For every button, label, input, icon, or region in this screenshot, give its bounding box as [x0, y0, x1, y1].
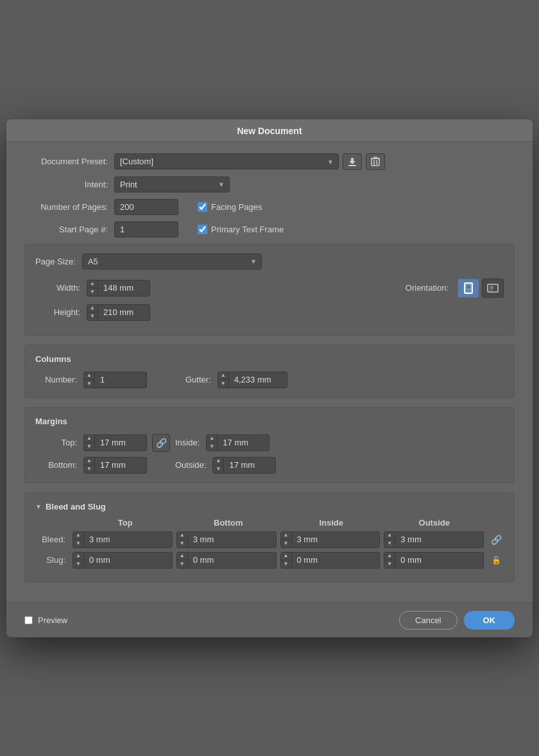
margins-inside-spinner: ▲ ▼: [206, 434, 270, 451]
columns-row: Number: ▲ ▼ Gutter: ▲ ▼: [35, 372, 504, 388]
svg-rect-4: [466, 290, 471, 291]
bleed-inside-down[interactable]: ▼: [281, 540, 291, 547]
landscape-button[interactable]: [482, 279, 504, 298]
bleed-top-input[interactable]: [84, 533, 123, 546]
margins-top-arrows[interactable]: ▲ ▼: [84, 435, 95, 451]
bleed-inside-arrows[interactable]: ▲ ▼: [281, 532, 292, 547]
slug-inside-up[interactable]: ▲: [281, 553, 291, 560]
col-num-down[interactable]: ▼: [84, 380, 94, 388]
margins-bottom-down[interactable]: ▼: [84, 465, 94, 473]
preset-select[interactable]: [Custom]: [114, 153, 339, 169]
margins-top-input[interactable]: [95, 436, 146, 449]
width-spinner-arrows[interactable]: ▲ ▼: [87, 280, 98, 296]
columns-number-input[interactable]: [95, 373, 146, 386]
slug-outside-input[interactable]: [395, 553, 434, 567]
svg-rect-0: [348, 165, 356, 166]
margins-inside-down[interactable]: ▼: [207, 443, 217, 451]
bleed-link-button[interactable]: 🔗: [488, 535, 504, 545]
height-down-arrow[interactable]: ▼: [87, 313, 98, 320]
slug-outside-arrows[interactable]: ▲ ▼: [384, 553, 395, 568]
preview-label: Preview: [38, 615, 67, 625]
width-up-arrow[interactable]: ▲: [87, 280, 98, 288]
bleed-inside-up[interactable]: ▲: [281, 532, 291, 540]
bleed-outside-down[interactable]: ▼: [384, 540, 395, 547]
slug-bottom-arrows[interactable]: ▲ ▼: [177, 553, 188, 568]
margins-outside-up[interactable]: ▲: [213, 458, 223, 465]
margins-top-up[interactable]: ▲: [84, 435, 94, 443]
slug-top-arrows[interactable]: ▲ ▼: [73, 553, 84, 568]
margins-inside-arrows[interactable]: ▲ ▼: [207, 435, 218, 451]
bleed-top-down[interactable]: ▼: [73, 540, 83, 547]
margins-inside-input[interactable]: [218, 436, 269, 449]
gutter-up[interactable]: ▲: [218, 372, 228, 380]
preset-label: Document Preset:: [24, 157, 114, 166]
save-preset-button[interactable]: [343, 153, 362, 170]
bleed-outside-arrows[interactable]: ▲ ▼: [384, 532, 395, 547]
margins-outside-input[interactable]: [224, 458, 275, 472]
footer-left: Preview: [24, 615, 67, 625]
slug-top-up[interactable]: ▲: [73, 553, 83, 560]
slug-outside-down[interactable]: ▼: [384, 560, 395, 568]
height-input[interactable]: [98, 305, 150, 319]
slug-top-down[interactable]: ▼: [73, 560, 83, 568]
start-page-row: Start Page #: Primary Text Frame: [24, 221, 515, 237]
bleed-inside-input[interactable]: [292, 533, 330, 546]
primary-text-frame-checkbox[interactable]: [198, 225, 207, 234]
bleed-slug-collapse-header[interactable]: ▼ Bleed and Slug: [35, 502, 504, 511]
bleed-bottom-down[interactable]: ▼: [177, 540, 187, 547]
slug-link-button[interactable]: 🔓: [488, 556, 504, 565]
bleed-outside-up[interactable]: ▲: [384, 532, 395, 540]
facing-pages-checkbox[interactable]: [198, 202, 207, 212]
bleed-slug-collapse-arrow-icon: ▼: [35, 503, 42, 510]
columns-number-label: Number:: [35, 375, 83, 384]
margins-link-button[interactable]: 🔗: [152, 434, 170, 452]
bleed-bottom-arrows[interactable]: ▲ ▼: [177, 532, 188, 547]
margins-bottom-up[interactable]: ▲: [84, 458, 94, 465]
margins-bottom-input[interactable]: [95, 458, 146, 472]
portrait-button[interactable]: [458, 279, 479, 298]
bleed-bottom-up[interactable]: ▲: [177, 532, 187, 540]
slug-inside-input[interactable]: [292, 553, 330, 567]
height-up-arrow[interactable]: ▲: [87, 305, 98, 313]
slug-bottom-input[interactable]: [188, 553, 227, 567]
gutter-down[interactable]: ▼: [218, 380, 228, 388]
col-num-up[interactable]: ▲: [84, 372, 94, 380]
cancel-button[interactable]: Cancel: [399, 611, 457, 630]
width-down-arrow[interactable]: ▼: [87, 288, 98, 296]
col-num-arrows[interactable]: ▲ ▼: [84, 372, 95, 388]
col-header-top: Top: [74, 518, 177, 528]
margins-inside-up[interactable]: ▲: [207, 435, 217, 443]
gutter-input[interactable]: [229, 373, 287, 386]
bleed-top-spinner: ▲ ▼: [73, 531, 173, 548]
gutter-arrows[interactable]: ▲ ▼: [218, 372, 229, 388]
bleed-top-arrows[interactable]: ▲ ▼: [73, 532, 84, 547]
bleed-outside-input[interactable]: [395, 533, 434, 546]
bleed-top-up[interactable]: ▲: [73, 532, 83, 540]
slug-inside-down[interactable]: ▼: [281, 560, 291, 568]
margins-top-down[interactable]: ▼: [84, 443, 94, 451]
slug-top-input[interactable]: [84, 553, 123, 567]
col-header-bottom: Bottom: [177, 518, 280, 528]
page-size-select[interactable]: A5 A4 A3 Letter Legal Custom: [82, 253, 262, 270]
slug-bottom-up[interactable]: ▲: [177, 553, 187, 560]
margins-outside-down[interactable]: ▼: [213, 465, 223, 473]
gutter-spinner: ▲ ▼: [218, 372, 287, 388]
slug-inside-arrows[interactable]: ▲ ▼: [281, 553, 292, 568]
margins-bottom-arrows[interactable]: ▲ ▼: [84, 458, 95, 473]
width-input[interactable]: [98, 281, 150, 295]
margins-outside-spinner: ▲ ▼: [212, 457, 276, 474]
slug-outside-up[interactable]: ▲: [384, 553, 395, 560]
height-spinner-arrows[interactable]: ▲ ▼: [87, 305, 98, 320]
intent-select[interactable]: Print Web Mobile: [114, 176, 230, 193]
gutter-label: Gutter:: [185, 375, 218, 384]
bleed-bottom-input[interactable]: [188, 533, 227, 546]
ok-button[interactable]: OK: [464, 611, 515, 630]
start-page-input[interactable]: [114, 221, 178, 237]
slug-label: Slug:: [35, 555, 71, 565]
preview-checkbox[interactable]: [24, 616, 33, 624]
pages-input[interactable]: [114, 199, 178, 215]
margins-outside-arrows[interactable]: ▲ ▼: [213, 458, 224, 473]
facing-pages-group: Facing Pages: [198, 202, 262, 212]
slug-bottom-down[interactable]: ▼: [177, 560, 187, 568]
delete-preset-button[interactable]: [366, 153, 385, 170]
